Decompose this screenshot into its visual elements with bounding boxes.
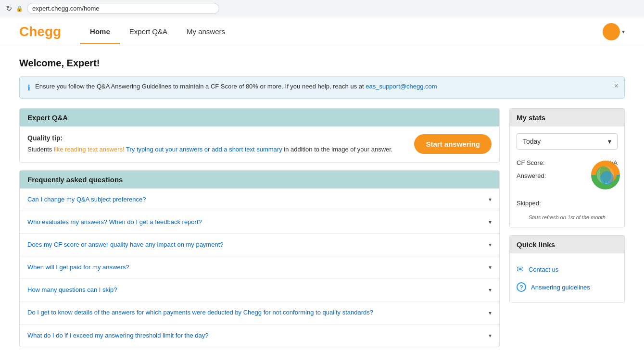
sidebar: My stats Today ▾ CF Score: N/A Answered: bbox=[509, 108, 625, 311]
info-icon: ℹ bbox=[27, 83, 30, 92]
quick-link-guidelines[interactable]: ? Answering guidelines bbox=[517, 278, 618, 296]
stats-dropdown-caret: ▾ bbox=[608, 138, 611, 145]
faq-question-5: How many questions can I skip? bbox=[27, 286, 484, 294]
quick-links-header: Quick links bbox=[510, 236, 624, 253]
faq-question-7: What do I do if I exceed my answering th… bbox=[27, 331, 484, 340]
faq-item-5[interactable]: How many questions can I skip? ▾ bbox=[20, 279, 499, 301]
chegg-logo: Chegg bbox=[19, 24, 61, 39]
banner-close-button[interactable]: × bbox=[614, 82, 619, 90]
lock-icon: 🔒 bbox=[16, 5, 23, 12]
support-email-link[interactable]: eas_support@chegg.com bbox=[366, 83, 437, 90]
faq-caret-2: ▾ bbox=[489, 219, 492, 226]
faq-item-1[interactable]: Can I change my Q&A subject preference? … bbox=[20, 188, 499, 211]
main-nav: Chegg Home Expert Q&A My answers ▾ bbox=[0, 17, 644, 46]
question-circle-icon: ? bbox=[517, 282, 526, 292]
stats-refresh-note: Stats refresh on 1st of the month bbox=[517, 214, 618, 220]
svg-point-5 bbox=[600, 171, 614, 185]
my-stats-panel: My stats Today ▾ CF Score: N/A Answered: bbox=[509, 108, 625, 227]
nav-link-home[interactable]: Home bbox=[80, 19, 120, 44]
faq-item-3[interactable]: Does my CF score or answer quality have … bbox=[20, 234, 499, 256]
url-bar[interactable]: expert.chegg.com/home bbox=[27, 3, 219, 14]
info-banner: ℹ Ensure you follow the Q&A Answering Gu… bbox=[19, 76, 625, 99]
faq-caret-6: ▾ bbox=[489, 310, 492, 316]
nav-link-my-answers[interactable]: My answers bbox=[177, 19, 235, 44]
contact-us-link[interactable]: Contact us bbox=[529, 266, 558, 273]
my-stats-header: My stats bbox=[510, 109, 624, 126]
answered-label: Answered: bbox=[517, 172, 546, 179]
faq-caret-3: ▾ bbox=[489, 241, 492, 248]
quality-tip-section: Quality tip: Students like reading text … bbox=[27, 134, 492, 154]
content-layout: Expert Q&A Quality tip: Students like re… bbox=[19, 108, 625, 355]
quick-links-panel: Quick links ✉ Contact us ? Answering gui… bbox=[509, 235, 625, 303]
faq-caret-7: ▾ bbox=[489, 332, 492, 339]
avatar-caret[interactable]: ▾ bbox=[622, 28, 625, 35]
faq-item-7[interactable]: What do I do if I exceed my answering th… bbox=[20, 325, 499, 347]
answered-row: Answered: bbox=[517, 169, 618, 182]
main-content: Welcome, Expert! ℹ Ensure you follow the… bbox=[0, 46, 644, 364]
skipped-row: Skipped: bbox=[517, 197, 618, 210]
nav-links: Home Expert Q&A My answers bbox=[80, 19, 603, 44]
my-stats-body: Today ▾ CF Score: N/A Answered: bbox=[510, 126, 624, 227]
user-avatar[interactable] bbox=[603, 23, 620, 40]
faq-panel: Frequently asked questions Can I change … bbox=[19, 170, 500, 347]
faq-caret-4: ▾ bbox=[489, 264, 492, 271]
faq-panel-header: Frequently asked questions bbox=[20, 171, 499, 188]
cf-score-label: CF Score: bbox=[517, 159, 545, 166]
info-text: Ensure you follow the Q&A Answering Guid… bbox=[35, 83, 617, 90]
start-answering-button[interactable]: Start answering bbox=[414, 134, 492, 154]
quick-link-contact[interactable]: ✉ Contact us bbox=[517, 260, 618, 278]
browser-bar: ↻ 🔒 expert.chegg.com/home bbox=[0, 0, 644, 17]
stats-period-value: Today bbox=[523, 138, 541, 145]
stats-donut-chart bbox=[590, 160, 621, 191]
refresh-icon[interactable]: ↻ bbox=[6, 4, 12, 13]
faq-item-2[interactable]: Who evaluates my answers? When do I get … bbox=[20, 211, 499, 234]
quality-tip-label: Quality tip: bbox=[27, 134, 404, 142]
main-column: Expert Q&A Quality tip: Students like re… bbox=[19, 108, 500, 355]
expert-qa-panel-header: Expert Q&A bbox=[20, 109, 499, 126]
welcome-title: Welcome, Expert! bbox=[19, 58, 625, 69]
faq-question-3: Does my CF score or answer quality have … bbox=[27, 240, 484, 249]
envelope-icon: ✉ bbox=[517, 264, 524, 275]
faq-question-4: When will I get paid for my answers? bbox=[27, 263, 484, 272]
faq-caret-1: ▾ bbox=[489, 196, 492, 203]
expert-qa-panel-body: Quality tip: Students like reading text … bbox=[20, 126, 499, 162]
faq-question-6: Do I get to know details of the answers … bbox=[27, 308, 484, 317]
faq-question-1: Can I change my Q&A subject preference? bbox=[27, 195, 484, 204]
faq-item-6[interactable]: Do I get to know details of the answers … bbox=[20, 301, 499, 324]
faq-caret-5: ▾ bbox=[489, 287, 492, 293]
quick-links-body: ✉ Contact us ? Answering guidelines bbox=[510, 253, 624, 302]
quality-tip-desc: Students like reading text answers! Try … bbox=[27, 145, 404, 154]
answering-guidelines-link[interactable]: Answering guidelines bbox=[531, 284, 590, 291]
quality-tip-text: Quality tip: Students like reading text … bbox=[27, 134, 404, 154]
stats-period-dropdown[interactable]: Today ▾ bbox=[517, 133, 618, 150]
faq-item-4[interactable]: When will I get paid for my answers? ▾ bbox=[20, 256, 499, 279]
faq-question-2: Who evaluates my answers? When do I get … bbox=[27, 218, 484, 226]
faq-list: Can I change my Q&A subject preference? … bbox=[20, 188, 499, 347]
skipped-label: Skipped: bbox=[517, 200, 541, 207]
nav-link-expert-qa[interactable]: Expert Q&A bbox=[120, 19, 177, 44]
expert-qa-panel: Expert Q&A Quality tip: Students like re… bbox=[19, 108, 500, 163]
